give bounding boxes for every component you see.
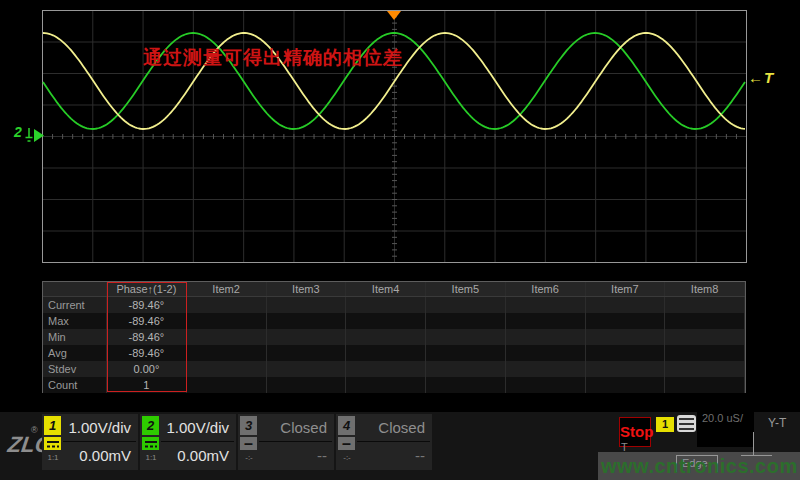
measure-col-header[interactable]: Item7: [586, 282, 666, 296]
channel-4-tile[interactable]: 4–-:-Closed--: [336, 414, 432, 470]
measure-value-cell: [506, 345, 586, 361]
measure-col-header[interactable]: Phase↑(1-2): [107, 282, 187, 296]
timebase-box[interactable]: 20.0 uS/: [697, 409, 754, 447]
oscilloscope-screen: 2 ←T Phase↑(1-2)Item2Item3Item4Item5Item…: [0, 0, 800, 480]
measure-row-count: Count1: [43, 377, 745, 393]
measure-value-cell: [267, 329, 347, 345]
measure-value-cell: [506, 313, 586, 329]
measure-value-cell: 0.00°: [107, 361, 187, 377]
measure-value-cell: [187, 377, 267, 393]
channel-1-probe-ratio: 1:1: [44, 453, 62, 462]
measure-value-cell: [665, 361, 745, 377]
measure-value-cell: [187, 329, 267, 345]
measure-value-cell: [586, 345, 666, 361]
measure-col-header[interactable]: Item6: [506, 282, 586, 296]
measure-value-cell: [346, 329, 426, 345]
channel-2-probe-ratio: 1:1: [142, 453, 160, 462]
channel-3-badge[interactable]: 3: [240, 416, 257, 435]
measure-row-min: Min-89.46°: [43, 329, 745, 345]
channel-2-badge[interactable]: 2: [142, 416, 159, 435]
channel-4-coupling-icon[interactable]: –: [338, 437, 355, 450]
channel-1-values: 1.00V/div0.00mV: [63, 414, 136, 470]
measure-row-stdev: Stdev0.00°: [43, 361, 745, 377]
measure-value-cell: -89.46°: [107, 313, 187, 329]
channel-1-tile[interactable]: 11:11.00V/div0.00mV: [42, 414, 138, 470]
trigger-level-marker[interactable]: ←T: [748, 69, 774, 86]
acquire-menu-icon[interactable]: [677, 415, 696, 432]
measure-corner-cell: [43, 282, 107, 296]
channel-1-badge[interactable]: 1: [44, 416, 61, 435]
channel-2-scale: 1.00V/div: [161, 414, 234, 442]
watermark-band: www.cntronics.com: [598, 452, 800, 480]
measure-value-cell: [506, 377, 586, 393]
channel-2-coupling-icon[interactable]: [142, 437, 159, 450]
measure-value-cell: [267, 345, 347, 361]
measure-col-header[interactable]: Item8: [665, 282, 745, 296]
measure-value-cell: [586, 329, 666, 345]
measure-row-label: Min: [43, 329, 107, 345]
channel-4-badges: 4–-:-: [338, 416, 356, 462]
channel-1-offset: 0.00mV: [63, 442, 136, 469]
measure-row-avg: Avg-89.46°: [43, 345, 745, 361]
measure-value-cell: [586, 313, 666, 329]
measure-row-current: Current-89.46°: [43, 297, 745, 313]
channel-3-offset: --: [259, 442, 332, 469]
channel-3-tile[interactable]: 3–-:-Closed--: [238, 414, 334, 470]
measure-value-cell: [506, 329, 586, 345]
measure-value-cell: [506, 297, 586, 313]
channel-4-offset: --: [357, 442, 430, 469]
measure-row-max: Max-89.46°: [43, 313, 745, 329]
measure-col-header[interactable]: Item5: [426, 282, 506, 296]
channel-2-offset: 0.00mV: [161, 442, 234, 469]
ch2-ground-icon: [26, 128, 33, 141]
measure-value-cell: [665, 377, 745, 393]
channel-1-scale: 1.00V/div: [63, 414, 136, 442]
measure-row-label: Current: [43, 297, 107, 313]
channel-2-tile[interactable]: 21:11.00V/div0.00mV: [140, 414, 236, 470]
measure-value-cell: [506, 361, 586, 377]
channel-4-scale: Closed: [357, 414, 430, 442]
measure-value-cell: 1: [107, 377, 187, 393]
measure-value-cell: [586, 361, 666, 377]
measure-col-header[interactable]: Item4: [346, 282, 426, 296]
measure-value-cell: [267, 313, 347, 329]
measure-row-label: Count: [43, 377, 107, 393]
measure-value-cell: [586, 377, 666, 393]
channel-4-probe-ratio: -:-: [338, 453, 356, 462]
trigger-source-badge[interactable]: 1: [656, 417, 674, 432]
measure-value-cell: [586, 297, 666, 313]
measure-header-row: Phase↑(1-2)Item2Item3Item4Item5Item6Item…: [43, 282, 745, 297]
channel-1-coupling-icon[interactable]: [44, 437, 61, 450]
ch2-zero-marker[interactable]: 2: [14, 124, 22, 140]
measure-value-cell: [267, 297, 347, 313]
measure-value-cell: [346, 313, 426, 329]
measure-value-cell: [187, 361, 267, 377]
measure-row-label: Avg: [43, 345, 107, 361]
measure-value-cell: [346, 297, 426, 313]
measure-row-label: Stdev: [43, 361, 107, 377]
measure-col-header[interactable]: Item2: [187, 282, 267, 296]
measure-row-label: Max: [43, 313, 107, 329]
channel-2-badges: 21:1: [142, 416, 160, 462]
measure-value-cell: [187, 345, 267, 361]
measure-value-cell: [346, 345, 426, 361]
display-mode-label: Y-T: [768, 416, 786, 430]
measure-value-cell: -89.46°: [107, 329, 187, 345]
measure-value-cell: [426, 377, 506, 393]
channel-4-badge[interactable]: 4: [338, 416, 355, 435]
measure-value-cell: [426, 297, 506, 313]
channel-3-coupling-icon[interactable]: –: [240, 437, 257, 450]
waveform-display: [0, 0, 800, 276]
measure-value-cell: [346, 377, 426, 393]
measure-col-header[interactable]: Item3: [267, 282, 347, 296]
timebase-value: 20.0 uS/: [702, 412, 743, 424]
measure-value-cell: -89.46°: [107, 297, 187, 313]
measure-value-cell: [665, 345, 745, 361]
measure-value-cell: [665, 329, 745, 345]
measure-value-cell: [267, 377, 347, 393]
trigger-position-marker[interactable]: [387, 11, 401, 20]
measure-value-cell: [267, 361, 347, 377]
measure-value-cell: [426, 313, 506, 329]
measure-value-cell: [665, 297, 745, 313]
registered-mark: ®: [31, 425, 38, 435]
